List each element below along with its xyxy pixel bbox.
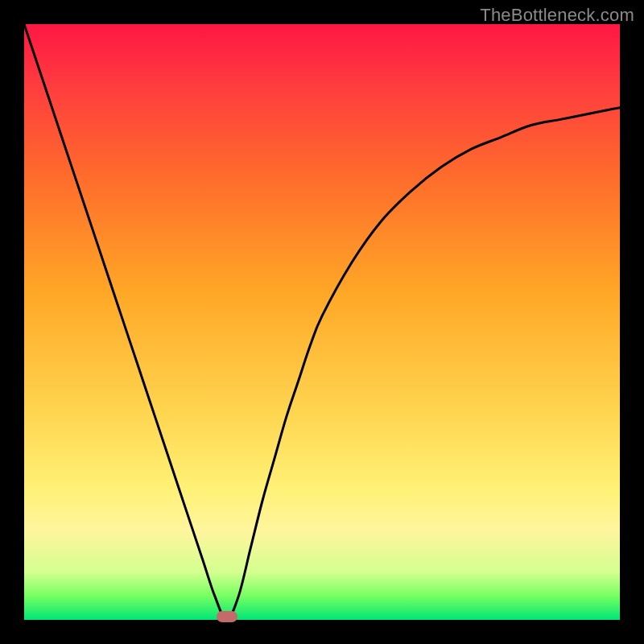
plot-area (24, 24, 620, 620)
chart-frame: TheBottleneck.com (0, 0, 644, 644)
optimal-point-marker (217, 611, 237, 622)
watermark-text: TheBottleneck.com (480, 5, 634, 26)
bottleneck-curve (24, 24, 620, 620)
